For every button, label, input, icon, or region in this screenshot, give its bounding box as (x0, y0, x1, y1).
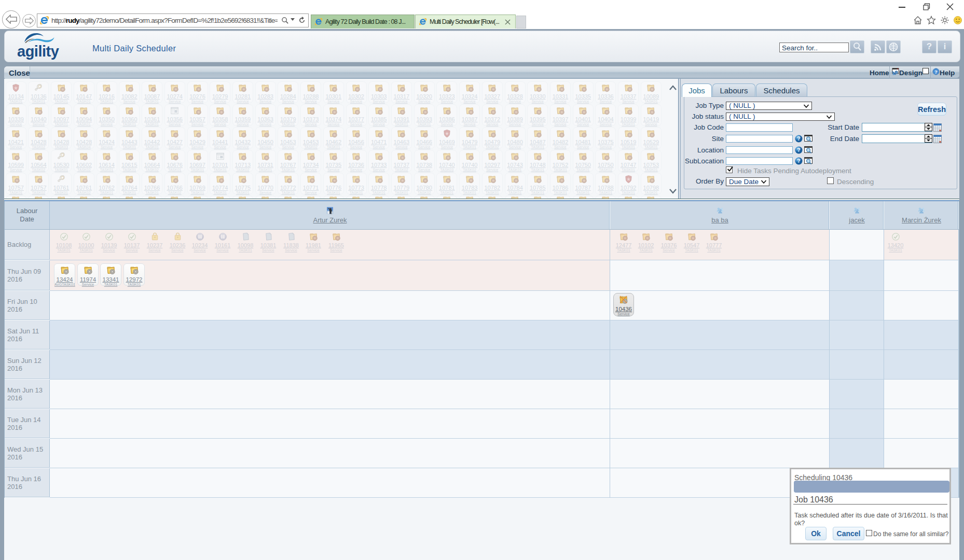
svg-text:?: ? (934, 69, 938, 75)
svg-text:?: ? (797, 158, 800, 164)
svg-text:?: ? (797, 147, 800, 153)
